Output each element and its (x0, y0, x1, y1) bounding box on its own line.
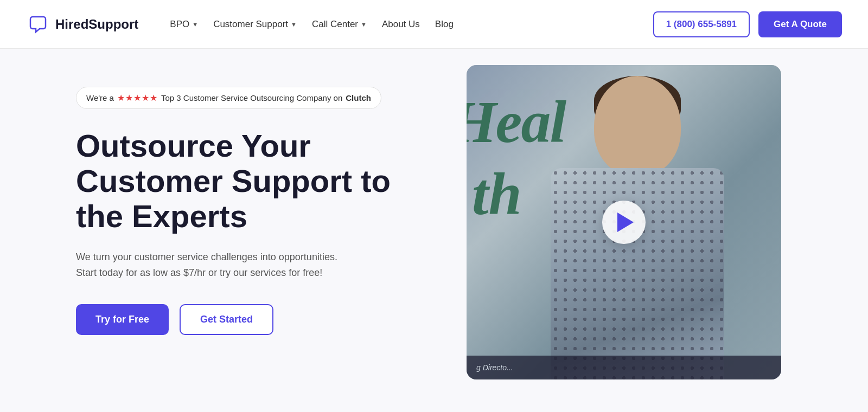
body (551, 168, 724, 379)
play-icon (617, 213, 634, 232)
chevron-down-icon: ▼ (192, 21, 198, 28)
hero-section: We're a ★★★★★ Top 3 Customer Service Out… (0, 49, 868, 412)
hero-buttons: Try for Free Get Started (76, 304, 434, 335)
badge-middle-text: Top 3 Customer Service Outsourcing Compa… (161, 93, 342, 102)
nav-link-blog[interactable]: Blog (430, 15, 459, 34)
nav-right: 1 (800) 655-5891 Get A Quote (653, 11, 842, 37)
nav-item-call-center[interactable]: Call Center ▼ (307, 15, 372, 34)
navbar: HiredSupport BPO ▼ Customer Support ▼ Ca… (0, 0, 868, 49)
caption-text: g Directo... (476, 363, 513, 372)
hero-subtitle: We turn your customer service challenges… (76, 249, 347, 281)
logo-text: HiredSupport (55, 17, 138, 32)
shirt-pattern (551, 168, 724, 379)
chevron-down-icon: ▼ (291, 21, 297, 28)
nav-item-blog[interactable]: Blog (430, 15, 459, 34)
clutch-label: Clutch (346, 93, 371, 102)
video-caption-bar: g Directo... (467, 356, 781, 379)
nav-link-bpo[interactable]: BPO ▼ (164, 15, 203, 34)
nav-left: HiredSupport BPO ▼ Customer Support ▼ Ca… (26, 12, 459, 36)
phone-button[interactable]: 1 (800) 655-5891 (653, 11, 750, 37)
hero-video[interactable]: Heal th g Directo... (467, 65, 781, 379)
nav-item-bpo[interactable]: BPO ▼ (164, 15, 203, 34)
badge-prefix: We're a (86, 93, 114, 102)
hero-content: We're a ★★★★★ Top 3 Customer Service Out… (76, 70, 434, 335)
hero-title: Outsource Your Customer Support to the E… (76, 128, 434, 234)
nav-item-about[interactable]: About Us (376, 15, 425, 34)
nav-link-call-center[interactable]: Call Center ▼ (307, 15, 372, 34)
get-quote-button[interactable]: Get A Quote (758, 11, 842, 37)
nav-link-about[interactable]: About Us (376, 15, 425, 34)
head (594, 76, 681, 176)
trust-badge: We're a ★★★★★ Top 3 Customer Service Out… (76, 87, 381, 109)
chevron-down-icon: ▼ (361, 21, 367, 28)
play-button[interactable] (602, 201, 646, 244)
nav-links: BPO ▼ Customer Support ▼ Call Center ▼ A… (164, 15, 459, 34)
nav-item-customer-support[interactable]: Customer Support ▼ (208, 15, 302, 34)
nav-link-customer-support[interactable]: Customer Support ▼ (208, 15, 302, 34)
try-free-button[interactable]: Try for Free (76, 304, 169, 335)
stars-icon: ★★★★★ (117, 93, 158, 103)
logo-link[interactable]: HiredSupport (26, 12, 138, 36)
svg-rect-0 (26, 12, 50, 36)
logo-icon (26, 12, 50, 36)
get-started-button[interactable]: Get Started (180, 304, 273, 335)
